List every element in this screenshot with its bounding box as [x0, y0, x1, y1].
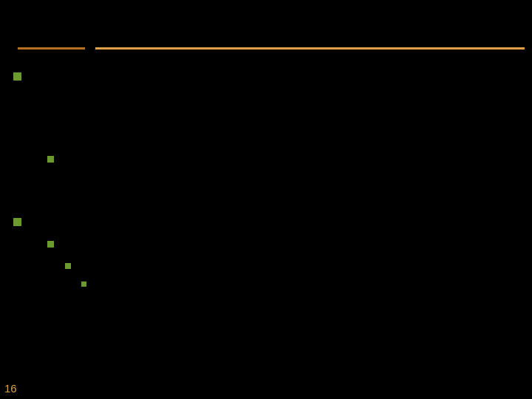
code-line: private int numItems; // length of list: [47, 130, 519, 147]
bullet-icon: [47, 241, 54, 248]
bullet-icon: [81, 282, 86, 287]
sub-point-defined: Defined to return the index value, since…: [92, 279, 506, 293]
slide-title: ADT List Array-Based Implementation: [0, 0, 532, 41]
slide-content: Data Structure: private final int MAX_LI…: [0, 50, 532, 293]
bullet-icon: [13, 218, 21, 226]
bullet-icon: [47, 156, 54, 163]
slide-number: 16: [4, 382, 17, 395]
heading-implementation: Implementation of Operations: [30, 213, 244, 234]
sub-point-index: Index (Position): [78, 259, 165, 276]
code-line: private final int MAX_LIST = 100; // max…: [47, 95, 519, 112]
bullet-icon: [65, 263, 71, 269]
heading-data-structure: Data Structure:: [30, 67, 145, 89]
bullet-icon: [13, 72, 21, 81]
sub-point-extra-func: Extra function needed: [61, 236, 212, 256]
code-block: private final int MAX_LIST = 100; // max…: [13, 92, 519, 151]
code-line: private listItemType items [MAX_LIST] ; …: [47, 112, 519, 129]
sub-point-access: Each operation will need access to both …: [61, 151, 519, 210]
